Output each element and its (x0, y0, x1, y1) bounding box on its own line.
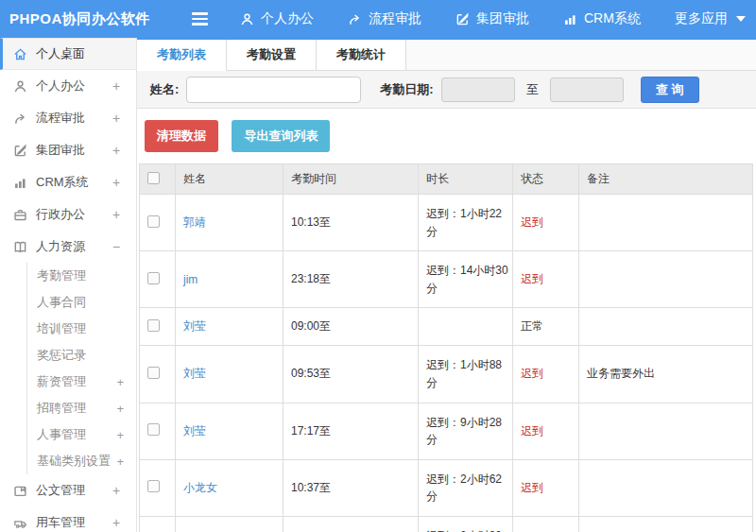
row-checkbox[interactable] (147, 423, 160, 436)
nav-label: 更多应用 (675, 10, 728, 27)
sidebar-subitem-label: 培训管理 (37, 320, 86, 337)
nav-label: 集团审批 (476, 10, 529, 27)
attendance-time: 09:00至 (284, 308, 419, 346)
nav-label: 个人办公 (261, 10, 314, 27)
sidebar-item-admin-office[interactable]: 行政办公 + (0, 198, 136, 231)
expand-icon[interactable]: + (112, 143, 121, 158)
name-input[interactable] (186, 77, 361, 103)
search-button[interactable]: 查 询 (641, 77, 699, 103)
employee-name-link[interactable]: 刘莹 (183, 367, 206, 380)
hamburger-menu-icon[interactable] (192, 12, 208, 26)
attendance-time: 10:54至10:54 (284, 516, 419, 532)
sidebar-item-label: 用车管理 (36, 514, 85, 531)
sidebar-item-label: 行政办公 (36, 206, 85, 223)
attendance-time: 10:13至 (284, 195, 419, 251)
sidebar-item-document-management[interactable]: 公文管理 + (0, 474, 136, 506)
hr-submenu: 考勤管理 人事合同 培训管理 奖惩记录 薪资管理 + 招聘管理 + 人事管理 + (26, 263, 136, 474)
table-row: 刘莹 17:17至 迟到：9小时28分 迟到 (140, 403, 753, 459)
expand-icon[interactable]: + (112, 515, 121, 530)
filter-bar: 姓名: 考勤日期: 至 查 询 (137, 71, 756, 109)
table-row: 刘莹 09:00至 正常 (140, 308, 753, 346)
status-badge: 迟到 (521, 481, 543, 494)
sidebar-subitem-salary-management[interactable]: 薪资管理 + (27, 369, 136, 395)
sidebar-item-label: 人力资源 (36, 238, 85, 255)
sidebar-subitem-recruitment-management[interactable]: 招聘管理 + (27, 395, 136, 421)
col-header-status: 状态 (513, 164, 579, 195)
attendance-time: 09:53至 (284, 346, 419, 403)
row-checkbox[interactable] (147, 367, 160, 379)
nav-label: CRM系统 (584, 10, 641, 27)
car-icon (13, 516, 27, 530)
sidebar-item-workflow-approval[interactable]: 流程审批 + (0, 102, 136, 134)
home-icon (13, 47, 27, 61)
employee-name-link[interactable]: 小龙女 (183, 481, 217, 494)
select-all-checkbox[interactable] (147, 172, 160, 184)
user-icon (13, 79, 27, 94)
employee-name-link[interactable]: 刘莹 (183, 319, 206, 333)
tab-attendance-list[interactable]: 考勤列表 (137, 40, 227, 71)
date-label: 考勤日期: (380, 81, 433, 98)
nav-group-approval[interactable]: 集团审批 (455, 10, 529, 27)
date-to-input[interactable] (550, 77, 624, 102)
expand-icon[interactable]: + (116, 455, 124, 469)
sidebar-subitem-hr-contract[interactable]: 人事合同 (27, 289, 136, 316)
nav-personal-office[interactable]: 个人办公 (240, 10, 314, 27)
row-checkbox[interactable] (147, 319, 160, 332)
nav-more-apps[interactable]: 更多应用 (675, 10, 746, 27)
date-from-input[interactable] (441, 77, 515, 102)
sidebar-item-label: 个人办公 (36, 77, 85, 94)
expand-icon[interactable]: + (112, 175, 121, 190)
sidebar-subitem-label: 薪资管理 (37, 373, 86, 390)
row-checkbox[interactable] (147, 272, 160, 284)
collapse-icon[interactable]: − (112, 239, 121, 254)
sidebar-subitem-personnel-management[interactable]: 人事管理 + (27, 421, 136, 448)
col-header-duration: 时长 (419, 164, 513, 195)
sidebar-item-label: 流程审批 (36, 110, 85, 127)
sidebar-subitem-training-management[interactable]: 培训管理 (27, 316, 136, 342)
clear-data-button[interactable]: 清理数据 (145, 120, 218, 152)
export-list-button[interactable]: 导出查询列表 (232, 120, 330, 152)
expand-icon[interactable]: + (116, 402, 124, 416)
document-icon (13, 484, 27, 498)
sidebar-item-personal-desktop[interactable]: 个人桌面 (0, 38, 136, 70)
status-badge: 迟到 (521, 215, 543, 229)
expand-icon[interactable]: + (116, 375, 124, 389)
employee-name-link[interactable]: 刘莹 (183, 424, 206, 438)
expand-icon[interactable]: + (112, 78, 121, 94)
expand-icon[interactable]: + (112, 207, 121, 222)
nav-workflow-approval[interactable]: 流程审批 (348, 10, 421, 27)
sidebar-item-vehicle-management[interactable]: 用车管理 + (0, 506, 136, 532)
employee-name-link[interactable]: 郭靖 (183, 215, 206, 229)
nav-label: 流程审批 (369, 10, 421, 27)
sidebar-item-group-approval[interactable]: 集团审批 + (0, 134, 136, 166)
nav-crm-system[interactable]: CRM系统 (563, 10, 641, 27)
app-logo: PHPOA协同办公软件 (0, 10, 137, 28)
top-navigation: 个人办公 流程审批 集团审批 CRM系统 更多应用 (240, 10, 746, 27)
row-checkbox[interactable] (147, 215, 160, 228)
briefcase-icon (13, 208, 27, 222)
expand-icon[interactable]: + (116, 428, 124, 442)
duration-line: 迟到：1小时88分 (426, 356, 510, 391)
sidebar-item-crm-system[interactable]: CRM系统 + (0, 166, 136, 198)
tab-attendance-statistics[interactable]: 考勤统计 (317, 40, 406, 70)
user-icon (240, 12, 254, 26)
status-badge: 迟到 (521, 272, 543, 285)
duration-cell: 迟到：1小时88分 (419, 346, 513, 403)
sidebar-subitem-label: 人事管理 (37, 426, 86, 443)
sidebar-subitem-basic-category-settings[interactable]: 基础类别设置 + (27, 448, 136, 474)
expand-icon[interactable]: + (112, 483, 121, 498)
duration-cell: 迟到：1小时22分 (419, 195, 513, 251)
sidebar-subitem-reward-punishment[interactable]: 奖惩记录 (27, 342, 136, 369)
sidebar-subitem-attendance-management[interactable]: 考勤管理 (27, 263, 136, 289)
sidebar-subitem-label: 基础类别设置 (37, 453, 111, 470)
col-header-time: 考勤时间 (284, 164, 419, 195)
expand-icon[interactable]: + (112, 111, 121, 126)
sidebar-item-human-resources[interactable]: 人力资源 − (0, 231, 136, 263)
sidebar-subitem-label: 人事合同 (37, 294, 86, 311)
employee-name-link[interactable]: jim (183, 273, 198, 286)
tab-attendance-settings[interactable]: 考勤设置 (227, 40, 317, 70)
note-cell (579, 308, 753, 346)
status-badge: 迟到 (521, 424, 543, 438)
sidebar-item-personal-office[interactable]: 个人办公 + (0, 70, 136, 102)
row-checkbox[interactable] (147, 480, 160, 492)
